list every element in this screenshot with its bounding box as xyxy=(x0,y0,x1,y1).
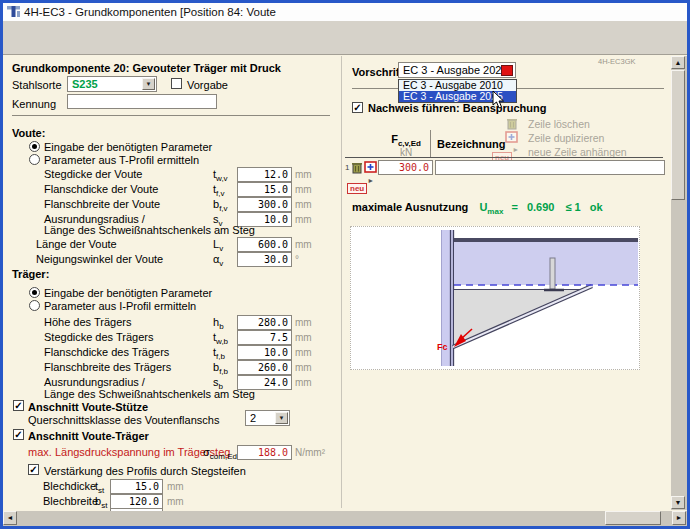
scroll-down-icon[interactable]: ▼ xyxy=(671,496,685,509)
kennung-label: Kennung xyxy=(12,98,56,110)
param-input[interactable]: 10.0 xyxy=(237,345,292,360)
vorgabe-label: Vorgabe xyxy=(187,79,228,91)
scroll-right-icon[interactable]: ► xyxy=(672,511,686,525)
voute-radio-eingabe[interactable] xyxy=(29,141,40,152)
param-symbol: tw,b xyxy=(213,331,228,346)
param-unit: mm xyxy=(295,169,312,180)
param-row: Flanschbreite der Voute bf,v 300.0 mm xyxy=(0,197,345,212)
blech-row: Blechdicke tst 15.0 mm xyxy=(0,479,345,494)
anschnitt-stuetze-checkbox[interactable] xyxy=(13,400,24,411)
horizontal-scrollbar[interactable]: ◄ ► xyxy=(3,511,687,526)
force-column-header: Fc,v,Ed xyxy=(385,133,427,148)
name-column-header: Bezeichnung xyxy=(437,138,505,150)
param-input[interactable]: 12.0 xyxy=(237,167,292,182)
param-label: Flanschdicke der Voute xyxy=(44,183,158,195)
sigma-row: max. Längsdruckspannung im Trägersteg σc… xyxy=(0,445,345,460)
param-input[interactable]: 30.0 xyxy=(237,252,292,267)
param-label: Flanschbreite des Trägers xyxy=(44,361,171,373)
chevron-down-icon[interactable]: ▼ xyxy=(142,78,155,90)
param-label: Stegdicke der Voute xyxy=(44,168,142,180)
table-header-underline xyxy=(345,157,663,158)
action-delete-label[interactable]: Zeile löschen xyxy=(528,118,590,130)
param-label-line2: Länge des Schweißnahtschenkels am Steg xyxy=(44,224,255,236)
param-input[interactable]: 300.0 xyxy=(237,197,292,212)
anschnitt-traeger-checkbox[interactable] xyxy=(13,429,24,440)
traeger-radio-eingabe[interactable] xyxy=(29,287,40,298)
param-unit: mm xyxy=(295,347,312,358)
param-unit: mm xyxy=(295,317,312,328)
vorgabe-checkbox[interactable] xyxy=(171,78,182,89)
param-row: Flanschdicke der Voute tf,v 15.0 mm xyxy=(0,182,345,197)
voute-radio-tprofil[interactable] xyxy=(29,154,40,165)
param-row: Flanschbreite des Trägers bf,b 260.0 mm xyxy=(0,360,345,375)
vorschrift-drop-icon[interactable] xyxy=(501,65,513,76)
traeger-radio-iprofil-label: Parameter aus I-Profil ermitteln xyxy=(44,300,196,312)
param-row: Flanschdicke des Trägers tf,b 10.0 mm xyxy=(0,345,345,360)
nachweis-checkbox[interactable] xyxy=(352,102,363,113)
action-duplicate-label[interactable]: Zeile duplizieren xyxy=(528,132,604,144)
param-label: Stegdicke des Trägers xyxy=(44,331,153,343)
verstaerkung-checkbox[interactable] xyxy=(28,464,39,475)
anschnitt-traeger-label: Anschnitt Voute-Träger xyxy=(28,430,149,442)
blech-input[interactable]: 15.0 xyxy=(110,479,163,494)
param-unit: mm xyxy=(295,199,312,210)
voute-heading: Voute: xyxy=(12,127,45,139)
utilization-symbol: Umax xyxy=(479,201,503,213)
querschnittsklasse-label: Querschnittsklasse des Voutenflanschs xyxy=(28,414,219,426)
param-symbol: hb xyxy=(213,316,224,331)
row-index: 1 xyxy=(345,163,349,172)
stahlsorte-value: S235 xyxy=(72,78,98,91)
blech-unit: mm xyxy=(167,481,184,492)
querschnittsklasse-select[interactable]: 2 ▼ xyxy=(245,410,290,426)
force-label: Fc xyxy=(437,342,448,352)
mouse-cursor xyxy=(492,90,505,109)
vorschrift-select[interactable]: EC 3 - Ausgabe 2025 xyxy=(398,62,516,78)
bezeichnung-input[interactable] xyxy=(435,160,665,175)
param-symbol: tf,b xyxy=(213,346,225,361)
sigma-label: max. Längsdruckspannung im Trägersteg xyxy=(28,446,230,458)
vorschrift-label: Vorschrift xyxy=(352,66,403,78)
stahlsorte-select[interactable]: S235 ▼ xyxy=(67,76,157,92)
vertical-scroll-thumb[interactable] xyxy=(671,70,685,200)
blech-label: Blechbreite xyxy=(43,495,98,507)
param-input[interactable]: 280.0 xyxy=(237,315,292,330)
sigma-unit: N/mm² xyxy=(295,447,325,458)
app-icon xyxy=(7,6,21,18)
voute-radio-tprofil-label: Parameter aus T-Profil ermitteln xyxy=(44,154,199,166)
anschnitt-stuetze-label: Anschnitt Voute-Stütze xyxy=(28,401,148,413)
param-input[interactable]: 260.0 xyxy=(237,360,292,375)
horizontal-scroll-thumb[interactable] xyxy=(605,511,661,525)
toolbar xyxy=(2,21,688,55)
param-symbol: bf,b xyxy=(213,361,228,376)
param-unit: mm xyxy=(295,332,312,343)
title-bar: 4H-EC3 - Grundkomponenten [Position 84: … xyxy=(2,2,688,21)
param-row: Neigungswinkel der Voute αv 30.0 ° xyxy=(0,252,345,267)
traeger-radio-iprofil[interactable] xyxy=(29,300,40,311)
trash-icon[interactable] xyxy=(351,161,363,174)
scroll-left-icon[interactable]: ◄ xyxy=(3,511,17,525)
module-code: 4H-EC3GK xyxy=(598,57,636,66)
param-input[interactable]: 7.5 xyxy=(237,330,292,345)
param-symbol: tw,v xyxy=(213,168,228,183)
scroll-up-icon[interactable]: ▲ xyxy=(671,56,685,69)
component-heading: Grundkomponente 20: Gevouteter Träger mi… xyxy=(12,62,281,74)
param-input[interactable]: 600.0 xyxy=(237,237,292,252)
traeger-heading: Träger: xyxy=(12,268,49,280)
chevron-down-icon[interactable]: ▼ xyxy=(275,412,288,424)
force-input[interactable]: 300.0 xyxy=(378,160,433,175)
blech-input[interactable]: 120.0 xyxy=(110,494,163,509)
querschnittsklasse-value: 2 xyxy=(250,412,256,425)
section-divider xyxy=(12,115,330,116)
append-row-button[interactable]: neu► xyxy=(347,177,374,195)
sigma-input[interactable]: 188.0 xyxy=(237,445,292,460)
verstaerkung-label: Verstärkung des Profils durch Stegsteife… xyxy=(44,465,246,477)
duplicate-row-icon[interactable] xyxy=(364,161,377,173)
param-row: Stegdicke der Voute tw,v 12.0 mm xyxy=(0,167,345,182)
vertical-scrollbar[interactable]: ▲ ▼ xyxy=(671,56,687,510)
param-input[interactable]: 15.0 xyxy=(237,182,292,197)
blech-symbol: bst xyxy=(95,495,107,510)
param-unit: mm xyxy=(295,184,312,195)
component-heading-row: Grundkomponente 20: Gevouteter Träger mi… xyxy=(0,61,345,76)
stiffener xyxy=(550,258,555,289)
kennung-input[interactable] xyxy=(67,94,217,109)
